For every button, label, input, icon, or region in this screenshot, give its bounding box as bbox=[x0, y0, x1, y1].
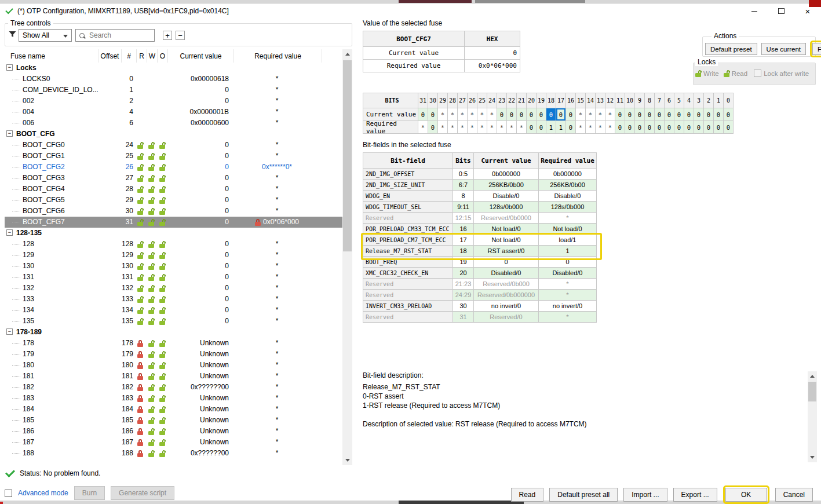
column-header-hash[interactable]: # bbox=[122, 49, 137, 63]
export-button[interactable]: Export ... bbox=[673, 488, 717, 502]
tree-scrollbar[interactable] bbox=[342, 49, 352, 465]
tree-fuse-row[interactable]: 1291290* bbox=[5, 250, 343, 261]
tree-fuse-row[interactable]: BOOT_CFG22600x******0* bbox=[5, 162, 343, 173]
fuse-required-value[interactable]: * bbox=[233, 382, 321, 393]
column-header-w[interactable]: W bbox=[147, 49, 158, 63]
bit-cell[interactable]: * bbox=[477, 108, 487, 121]
fuse-required-value[interactable]: * bbox=[233, 195, 321, 206]
bit-cell[interactable]: 0 bbox=[645, 121, 655, 134]
collapse-all-button[interactable]: − bbox=[176, 31, 185, 40]
bitfield-required-value[interactable]: 1 bbox=[539, 246, 597, 257]
column-header-offset[interactable]: Offset bbox=[98, 49, 122, 63]
bit-cell[interactable]: 0 bbox=[566, 121, 576, 134]
tree-fuse-row[interactable]: 00220* bbox=[5, 96, 343, 107]
column-header-fuse-name[interactable]: Fuse name bbox=[5, 49, 98, 63]
bit-cell[interactable]: 0 bbox=[724, 121, 734, 134]
collapse-expander-icon[interactable]: − bbox=[6, 130, 13, 137]
default-preset-button[interactable]: Default preset bbox=[705, 43, 757, 55]
bit-cell[interactable]: 0 bbox=[665, 121, 674, 134]
scrollbar-thumb[interactable] bbox=[808, 382, 816, 401]
bit-cell[interactable]: 0 bbox=[665, 108, 674, 121]
fuse-required-value[interactable]: * bbox=[233, 338, 321, 349]
tree-fuse-row[interactable]: 1331330* bbox=[5, 294, 343, 305]
bit-cell[interactable]: 1 bbox=[556, 121, 566, 134]
scroll-down-icon[interactable] bbox=[808, 452, 817, 462]
bit-cell[interactable]: 0 bbox=[655, 108, 665, 121]
bit-cell[interactable]: * bbox=[605, 121, 615, 134]
collapse-expander-icon[interactable]: − bbox=[6, 64, 13, 71]
bitfield-row[interactable]: WDOG_EN8Disable/0Disable/0 bbox=[363, 191, 597, 202]
scroll-up-icon[interactable] bbox=[342, 49, 352, 59]
bit-cell[interactable]: 0 bbox=[418, 108, 428, 121]
bit-cell[interactable]: 0 bbox=[615, 108, 625, 121]
expand-all-button[interactable]: + bbox=[163, 31, 172, 40]
bit-cell[interactable]: * bbox=[586, 108, 596, 121]
bit-cell[interactable]: * bbox=[487, 121, 497, 134]
ok-button[interactable]: OK bbox=[725, 488, 767, 502]
column-header-required-value[interactable]: Required value bbox=[234, 49, 322, 63]
lock-after-write-checkbox[interactable] bbox=[754, 70, 761, 77]
bit-cell[interactable]: 0 bbox=[428, 108, 438, 121]
advanced-mode-label[interactable]: Advanced mode bbox=[18, 489, 68, 497]
bit-cell[interactable]: 0 bbox=[546, 108, 556, 121]
column-header-current-value[interactable]: Current value bbox=[168, 49, 234, 63]
bit-cell[interactable]: * bbox=[497, 121, 507, 134]
fuse-required-value[interactable]: * bbox=[233, 173, 321, 184]
bit-cell[interactable]: 0 bbox=[684, 108, 694, 121]
tree-fuse-row[interactable]: LOCKS000x00000618* bbox=[5, 74, 343, 85]
bitfield-row[interactable]: Reserved12:15Reserved/0b0000* bbox=[363, 213, 597, 224]
tree-group-row[interactable]: −178-189 bbox=[5, 327, 343, 338]
bit-cell[interactable]: 0 bbox=[428, 121, 438, 134]
bitfield-row[interactable]: WDOG_TIMEOUT_SEL9:11128s/0b000128s/0b000 bbox=[363, 202, 597, 213]
tree-fuse-row[interactable]: 179179Unknown* bbox=[5, 349, 343, 360]
search-box[interactable] bbox=[75, 29, 155, 42]
tree-group-row[interactable]: −Locks bbox=[5, 63, 343, 74]
bitfield-required-value[interactable]: 128s/0b000 bbox=[539, 202, 597, 213]
bitfield-required-value[interactable]: * bbox=[539, 290, 597, 301]
default-preset-all-button[interactable]: Default preset all bbox=[549, 488, 618, 502]
bitfield-required-value[interactable]: Disabled/0 bbox=[539, 268, 597, 279]
generate-script-button[interactable]: Generate script bbox=[111, 486, 174, 500]
fuse-required-value[interactable]: * bbox=[233, 151, 321, 162]
fuse-required-value[interactable]: * bbox=[233, 415, 321, 426]
bit-cell[interactable]: * bbox=[458, 121, 468, 134]
tree-fuse-row[interactable]: 178178Unknown* bbox=[5, 338, 343, 349]
bit-cell[interactable]: 0 bbox=[704, 108, 714, 121]
bit-cell[interactable]: * bbox=[507, 121, 517, 134]
fuse-required-value[interactable]: * bbox=[233, 85, 321, 96]
fuse-required-value[interactable]: * bbox=[233, 294, 321, 305]
bit-cell[interactable]: * bbox=[596, 108, 605, 121]
fuse-required-value[interactable]: * bbox=[233, 404, 321, 415]
fuse-required-value[interactable]: * bbox=[233, 96, 321, 107]
scrollbar-thumb[interactable] bbox=[343, 60, 352, 251]
fuse-required-value[interactable]: * bbox=[233, 426, 321, 437]
bitfield-row[interactable]: POR_PRELOAD_CM7_TCM_ECC17Not load/0load/… bbox=[363, 235, 597, 246]
tree-fuse-row[interactable]: BOOT_CFG1250* bbox=[5, 151, 343, 162]
fuse-required-value[interactable]: * bbox=[233, 437, 321, 448]
bitfield-required-value[interactable]: 0b000000 bbox=[539, 169, 597, 180]
bit-cell[interactable]: 1 bbox=[546, 121, 556, 134]
bit-cell[interactable]: 0 bbox=[507, 108, 517, 121]
current-value-cell[interactable]: 0 bbox=[465, 47, 520, 60]
bit-cell[interactable]: * bbox=[517, 121, 527, 134]
bit-cell[interactable]: 0 bbox=[527, 108, 537, 121]
bit-cell[interactable]: 0 bbox=[714, 121, 724, 134]
bitfield-row[interactable]: INVERT_CM33_PRELOAD30no invert/0no inver… bbox=[363, 301, 597, 312]
tree-fuse-row[interactable]: 1281280* bbox=[5, 239, 343, 250]
bitfield-row[interactable]: Reserved21:23Reserved/0b000* bbox=[363, 279, 597, 290]
bit-cell[interactable]: 0 bbox=[635, 121, 645, 134]
bitfield-required-value[interactable]: Not load/0 bbox=[539, 224, 597, 235]
fuse-required-value[interactable]: * bbox=[233, 448, 321, 459]
bit-cell[interactable]: * bbox=[487, 108, 497, 121]
fuse-required-value[interactable]: * bbox=[233, 272, 321, 283]
bit-cell[interactable]: 0 bbox=[625, 121, 635, 134]
tree-fuse-row[interactable]: 1341340* bbox=[5, 305, 343, 316]
bit-cell[interactable]: * bbox=[468, 108, 477, 121]
tree-fuse-row[interactable]: BOOT_CFG0240* bbox=[5, 140, 343, 151]
minimize-button[interactable] bbox=[741, 3, 768, 19]
collapse-expander-icon[interactable]: − bbox=[6, 328, 13, 335]
bit-cell[interactable]: 0 bbox=[566, 108, 576, 121]
bit-cell[interactable]: * bbox=[576, 108, 586, 121]
bitfield-row[interactable]: 2ND_IMG_OFFSET0:50b0000000b000000 bbox=[363, 169, 597, 180]
tree-fuse-row[interactable]: 1301300* bbox=[5, 261, 343, 272]
